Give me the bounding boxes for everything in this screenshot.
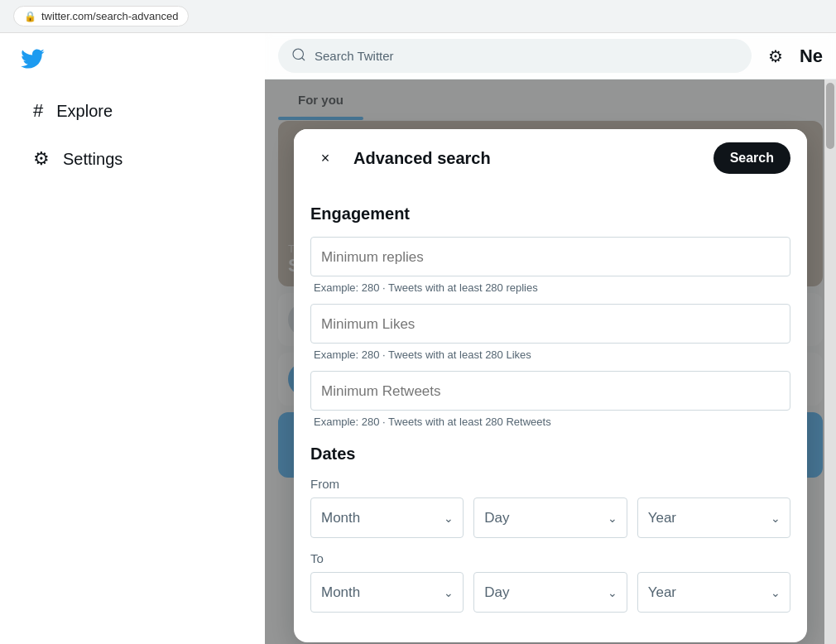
min-likes-input[interactable]	[310, 304, 790, 344]
app-layout: # Explore ⚙ Settings Search Twitter ⚙ Ne	[0, 33, 836, 644]
modal-body: Engagement Example: 280 · Tweets with at…	[294, 204, 807, 642]
search-bar[interactable]: Search Twitter	[278, 39, 752, 73]
engagement-section-title: Engagement	[310, 204, 790, 223]
top-bar: Search Twitter ⚙ Ne	[265, 33, 836, 79]
from-day-select[interactable]: Day for(let i=1;i<=31;i++) document.writ…	[473, 497, 627, 538]
from-month-wrapper: Month JanuaryFebruaryMarch AprilMayJune …	[310, 497, 464, 538]
to-year-select[interactable]: Year	[637, 572, 790, 613]
dates-section-title: Dates	[310, 445, 790, 464]
lock-icon: 🔒	[24, 11, 36, 22]
from-year-select[interactable]: Year for(let i=2023;i>=2006;i--) documen…	[637, 497, 790, 538]
to-day-wrapper: Day ⌄	[473, 572, 627, 613]
address-bar[interactable]: 🔒 twitter.com/search-advanced	[13, 6, 189, 26]
search-button[interactable]: Search	[713, 142, 790, 174]
explore-icon: #	[33, 100, 43, 122]
from-month-select[interactable]: Month JanuaryFebruaryMarch AprilMayJune …	[310, 497, 464, 538]
min-replies-hint: Example: 280 · Tweets with at least 280 …	[310, 281, 790, 294]
min-retweets-input[interactable]	[310, 371, 790, 411]
url-text: twitter.com/search-advanced	[41, 10, 178, 22]
search-icon	[291, 47, 306, 65]
min-retweets-hint: Example: 280 · Tweets with at least 280 …	[310, 416, 790, 428]
explore-label: Explore	[56, 102, 113, 121]
from-year-wrapper: Year for(let i=2023;i>=2006;i--) documen…	[637, 497, 790, 538]
sidebar: # Explore ⚙ Settings	[0, 33, 265, 644]
to-month-select[interactable]: Month JanuaryFebruaryMarch AprilMayJune …	[310, 572, 464, 613]
min-likes-group: Example: 280 · Tweets with at least 280 …	[310, 304, 790, 361]
settings-label: Settings	[63, 150, 123, 169]
min-replies-group: Example: 280 · Tweets with at least 280 …	[310, 237, 790, 294]
scroll-thumb	[826, 83, 834, 149]
scroll-indicator[interactable]	[824, 79, 836, 644]
to-month-wrapper: Month JanuaryFebruaryMarch AprilMayJune …	[310, 572, 464, 613]
from-label: From	[310, 477, 790, 491]
gear-button[interactable]: ⚙	[762, 40, 790, 73]
content-area: For you Televisio Stric Tele Nanny	[265, 79, 836, 644]
settings-icon: ⚙	[33, 148, 50, 170]
modal-header: × Advanced search Search	[294, 129, 807, 188]
min-replies-input[interactable]	[310, 237, 790, 276]
from-date-row: Month JanuaryFebruaryMarch AprilMayJune …	[310, 497, 790, 538]
sidebar-item-settings[interactable]: ⚙ Settings	[20, 138, 245, 180]
right-header-text: Ne	[800, 46, 823, 67]
to-label: To	[310, 551, 790, 565]
main-content: Search Twitter ⚙ Ne For you Televisio St…	[265, 33, 836, 644]
browser-chrome: 🔒 twitter.com/search-advanced	[0, 0, 836, 33]
from-day-wrapper: Day for(let i=1;i<=31;i++) document.writ…	[473, 497, 627, 538]
sidebar-item-explore[interactable]: # Explore	[20, 90, 245, 132]
to-date-row: Month JanuaryFebruaryMarch AprilMayJune …	[310, 572, 790, 613]
modal-header-left: × Advanced search	[310, 143, 491, 173]
advanced-search-modal: × Advanced search Search Engagement Exam…	[294, 129, 807, 642]
search-placeholder: Search Twitter	[315, 49, 394, 63]
min-retweets-group: Example: 280 · Tweets with at least 280 …	[310, 371, 790, 428]
to-day-select[interactable]: Day	[473, 572, 627, 613]
twitter-logo	[20, 46, 245, 77]
to-year-wrapper: Year ⌄	[637, 572, 790, 613]
modal-close-button[interactable]: ×	[310, 143, 340, 173]
modal-title: Advanced search	[353, 149, 491, 168]
close-icon: ×	[321, 150, 330, 167]
min-likes-hint: Example: 280 · Tweets with at least 280 …	[310, 348, 790, 361]
